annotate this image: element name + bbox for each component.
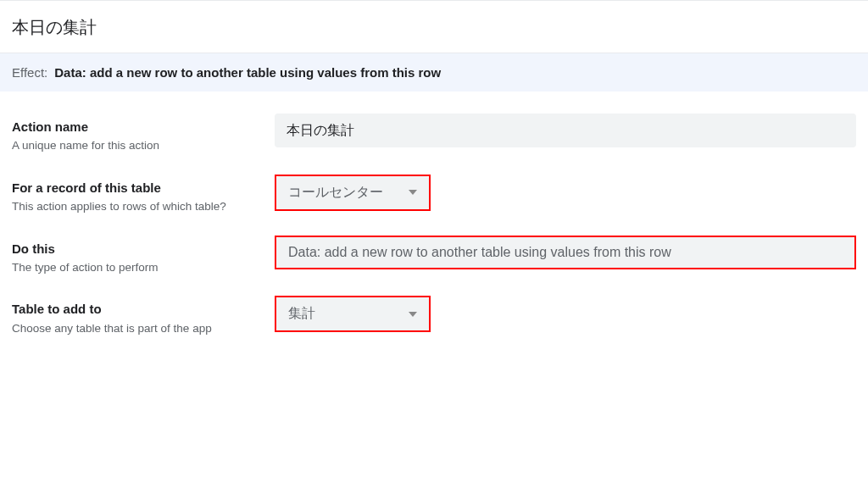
chevron-down-icon (409, 190, 417, 195)
table-to-add-select[interactable]: 集計 (276, 297, 429, 330)
row-for-record: For a record of this table This action a… (12, 175, 856, 215)
table-to-add-title: Table to add to (12, 301, 254, 318)
action-name-desc: A unique name for this action (12, 137, 254, 154)
row-table-to-add: Table to add to Choose any table that is… (12, 296, 856, 336)
row-do-this: Do this The type of action to perform Da… (12, 236, 856, 276)
do-this-value: Data: add a new row to another table usi… (288, 245, 671, 260)
for-record-select[interactable]: コールセンター (276, 176, 429, 209)
table-to-add-value: 集計 (288, 305, 315, 323)
action-name-title: Action name (12, 119, 254, 136)
do-this-title: Do this (12, 241, 254, 258)
do-this-desc: The type of action to perform (12, 259, 254, 276)
effect-bar: Effect: Data: add a new row to another t… (0, 53, 868, 92)
chevron-down-icon (409, 312, 417, 317)
highlight-for-record: コールセンター (275, 175, 431, 211)
table-to-add-desc: Choose any table that is part of the app (12, 320, 254, 337)
page-title: 本日の集計 (0, 1, 868, 53)
highlight-do-this: Data: add a new row to another table usi… (275, 236, 856, 269)
for-record-desc: This action applies to rows of which tab… (12, 198, 254, 215)
action-name-input[interactable] (275, 114, 856, 147)
effect-label: Effect: (12, 65, 47, 80)
for-record-value: コールセンター (288, 184, 383, 202)
effect-value: Data: add a new row to another table usi… (54, 65, 441, 80)
do-this-select[interactable]: Data: add a new row to another table usi… (276, 237, 854, 268)
row-action-name: Action name A unique name for this actio… (12, 114, 856, 154)
for-record-title: For a record of this table (12, 180, 254, 197)
highlight-table-to-add: 集計 (275, 296, 431, 332)
